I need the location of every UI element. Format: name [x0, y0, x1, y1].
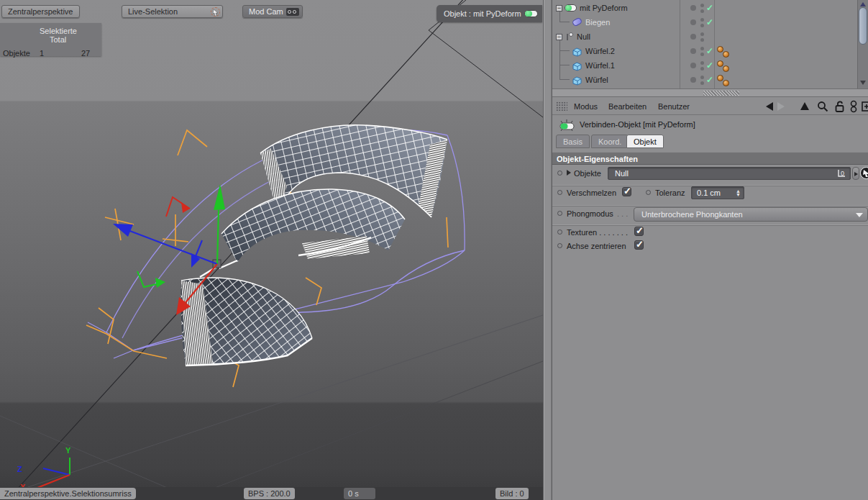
visibility-dot-render[interactable]	[700, 53, 704, 56]
visibility-dot-render[interactable]	[700, 9, 704, 13]
layer-dot[interactable]	[690, 77, 696, 83]
null-object-icon[interactable]	[565, 32, 573, 41]
achse-label: Achse zentrieren	[567, 242, 626, 250]
panel-splitter[interactable]	[543, 0, 552, 500]
menu-benutzer[interactable]: Benutzer	[658, 98, 690, 115]
visibility-dot-render[interactable]	[700, 24, 704, 27]
pydeform-toggle-icon[interactable]	[565, 4, 577, 12]
visibility-dot-render[interactable]	[700, 67, 704, 71]
layer-dot[interactable]	[690, 5, 696, 11]
visibility-dot-editor[interactable]	[700, 47, 704, 50]
material-tag-icon[interactable]	[723, 80, 729, 86]
viewport-canvas[interactable]: Y Z X	[0, 0, 543, 500]
phongmodus-dropdown[interactable]: Unterbrochene Phongkanten	[634, 207, 868, 222]
new-panel-icon[interactable]	[862, 101, 868, 112]
scroll-down-arrow[interactable]	[860, 81, 866, 85]
dotted-leader: . . .	[617, 209, 628, 218]
field-menu-button[interactable]	[852, 167, 859, 180]
enabled-check[interactable]: ✓	[706, 1, 713, 15]
enabled-check[interactable]: ✓	[706, 58, 713, 73]
cube-icon[interactable]	[572, 76, 582, 88]
section-header[interactable]: Objekt-Eigenschaften	[552, 152, 868, 165]
scrollbar-grip[interactable]	[703, 91, 739, 96]
keyframe-circle[interactable]	[646, 190, 651, 195]
menu-bearbeiten[interactable]: Bearbeiten	[608, 98, 647, 115]
bend-deformer-icon[interactable]	[572, 17, 583, 27]
visibility-dot-editor[interactable]	[700, 76, 704, 79]
keyframe-circle[interactable]	[557, 211, 562, 216]
tree-item-mit-pydeform[interactable]: − mit PyDeform ✓	[552, 1, 857, 15]
keyframe-circle[interactable]	[557, 171, 562, 176]
object-list-icon: 0	[837, 169, 847, 178]
visibility-dot-render[interactable]	[700, 38, 704, 42]
material-tag-icon[interactable]	[717, 46, 723, 53]
gizmo-y-arrow[interactable]	[214, 184, 225, 264]
phongmodus-label: Phongmodus	[567, 209, 613, 218]
material-tag-icon[interactable]	[717, 60, 723, 67]
expand-arrow-icon[interactable]	[567, 170, 571, 176]
object-manager-vscrollbar[interactable]	[857, 0, 868, 88]
live-selection-tool-button[interactable]: Live-Selektion	[122, 5, 223, 18]
expander-minus[interactable]: −	[556, 5, 562, 12]
mod-cam-button[interactable]: Mod Cam	[242, 5, 303, 18]
verschmelzen-checkbox[interactable]	[622, 187, 631, 196]
material-tag-icon[interactable]	[723, 65, 729, 72]
material-tag-icon[interactable]	[723, 51, 729, 58]
layer-dot[interactable]	[690, 63, 696, 68]
mode-8-icon[interactable]	[850, 100, 857, 113]
active-object-badge[interactable]: Objekt : mit PyDeform	[437, 5, 542, 22]
stepper-arrows[interactable]: ▲▼	[736, 189, 741, 196]
expander-minus[interactable]: −	[556, 34, 562, 40]
visibility-dot-editor[interactable]	[700, 18, 704, 22]
achse-checkbox[interactable]	[634, 240, 644, 250]
tree-item-wuerfel1[interactable]: Würfel.1 ✓	[552, 58, 857, 73]
visibility-dot-editor[interactable]	[700, 32, 704, 36]
material-tag-icon[interactable]	[717, 75, 723, 81]
axis-label-y: Y	[65, 446, 71, 455]
object-manager-hscrollbar[interactable]	[552, 88, 868, 97]
history-forward-icon[interactable]	[777, 102, 785, 111]
visibility-dot-editor[interactable]	[700, 4, 704, 7]
menu-modus[interactable]: Modus	[574, 98, 598, 115]
3d-viewport[interactable]: Y Z X Zentralperspektive Live-Selektion …	[0, 0, 543, 500]
tab-koord[interactable]: Koord.	[591, 135, 629, 148]
enabled-check[interactable]: ✓	[706, 15, 713, 29]
panel-grip-icon[interactable]	[556, 101, 567, 111]
texturen-checkbox[interactable]	[634, 227, 644, 236]
tree-item-wuerfel[interactable]: Würfel ✓	[552, 73, 857, 87]
camera-icon	[286, 8, 299, 16]
tree-item-null[interactable]: − Null	[552, 29, 857, 44]
enabled-check[interactable]: ✓	[706, 73, 713, 87]
objekte-list-field[interactable]: Null 0	[608, 167, 851, 180]
layer-dot[interactable]	[690, 19, 696, 25]
visibility-dot-render[interactable]	[700, 81, 704, 85]
tree-item-biegen[interactable]: Biegen ✓	[552, 15, 857, 29]
enabled-check[interactable]: ✓	[706, 44, 713, 58]
enabled-toggle-icon[interactable]	[558, 119, 577, 132]
axis-label-z: Z	[17, 465, 22, 473]
tab-objekt[interactable]: Objekt	[626, 135, 664, 148]
scroll-up-arrow[interactable]	[860, 2, 866, 6]
status-message: Zentralperspektive.Selektionsumriss	[0, 488, 136, 499]
search-icon[interactable]	[817, 101, 828, 112]
keyframe-circle[interactable]	[557, 243, 562, 248]
bent-mesh-middle-segment[interactable]	[221, 189, 405, 263]
toleranz-field[interactable]: 0.1 cm ▲▼	[691, 186, 744, 199]
history-back-icon[interactable]	[766, 102, 773, 111]
world-grid-lines	[0, 0, 543, 500]
keyframe-circle[interactable]	[557, 190, 562, 195]
scrollbar-thumb[interactable]	[859, 7, 867, 45]
selection-cursor-icon	[211, 7, 220, 17]
keyframe-circle[interactable]	[557, 229, 562, 235]
layer-dot[interactable]	[690, 34, 696, 40]
perspective-view-button[interactable]: Zentralperspektive	[1, 5, 80, 18]
tab-basis[interactable]: Basis	[556, 135, 590, 148]
pick-object-icon[interactable]	[860, 167, 868, 179]
parent-up-icon[interactable]	[800, 102, 809, 110]
visibility-dot-editor[interactable]	[700, 61, 704, 65]
object-manager[interactable]: − mit PyDeform ✓ Biegen ✓ − Null	[552, 0, 868, 88]
tree-item-wuerfel2[interactable]: Würfel.2 ✓	[552, 44, 857, 58]
layer-dot[interactable]	[690, 48, 696, 54]
lock-open-icon[interactable]	[835, 101, 845, 112]
object-enabled-toggle-icon[interactable]	[524, 10, 538, 17]
